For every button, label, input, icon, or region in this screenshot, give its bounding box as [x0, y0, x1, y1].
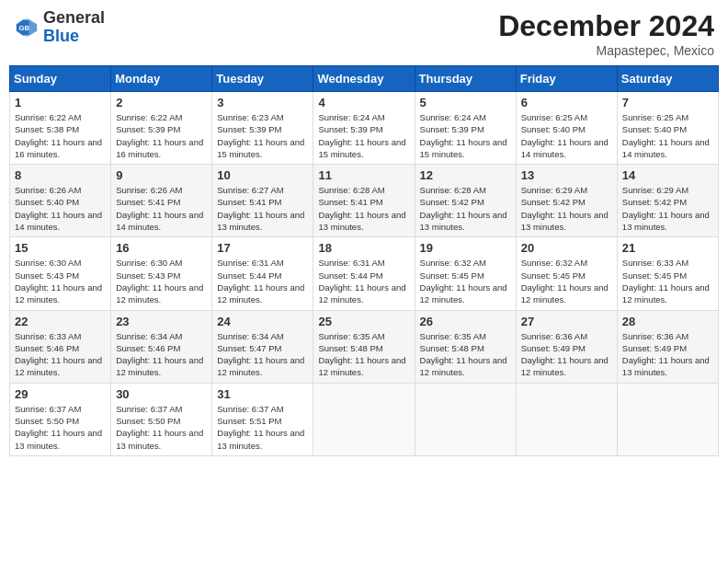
calendar-day-cell: 18 Sunrise: 6:31 AM Sunset: 5:44 PM Dayl… — [313, 237, 415, 310]
calendar-day-cell: 16 Sunrise: 6:30 AM Sunset: 5:43 PM Dayl… — [111, 237, 212, 310]
day-info: Sunrise: 6:36 AM Sunset: 5:49 PM Dayligh… — [521, 330, 612, 379]
day-info: Sunrise: 6:32 AM Sunset: 5:45 PM Dayligh… — [420, 257, 511, 305]
calendar-day-cell — [617, 383, 718, 455]
calendar-day-cell — [415, 383, 516, 455]
calendar-day-cell: 20 Sunrise: 6:32 AM Sunset: 5:45 PM Dayl… — [516, 237, 617, 310]
calendar-week-row: 22 Sunrise: 6:33 AM Sunset: 5:46 PM Dayl… — [10, 310, 719, 383]
day-number: 21 — [622, 241, 713, 255]
location: Mapastepec, Mexico — [498, 43, 714, 58]
calendar-day-header: Sunday — [10, 66, 111, 92]
day-info: Sunrise: 6:30 AM Sunset: 5:43 PM Dayligh… — [15, 257, 106, 305]
calendar-day-cell: 5 Sunrise: 6:24 AM Sunset: 5:39 PM Dayli… — [415, 92, 516, 165]
day-info: Sunrise: 6:37 AM Sunset: 5:51 PM Dayligh… — [217, 403, 308, 452]
day-number: 13 — [521, 168, 612, 182]
day-info: Sunrise: 6:22 AM Sunset: 5:38 PM Dayligh… — [15, 111, 106, 160]
calendar-day-header: Monday — [111, 66, 212, 92]
calendar-day-header: Tuesday — [212, 66, 313, 92]
page-header: GB General Blue December 2024 Mapastepec… — [9, 9, 719, 58]
day-info: Sunrise: 6:28 AM Sunset: 5:42 PM Dayligh… — [420, 184, 511, 233]
day-number: 5 — [420, 96, 511, 109]
calendar-day-cell: 23 Sunrise: 6:34 AM Sunset: 5:46 PM Dayl… — [111, 310, 212, 383]
day-info: Sunrise: 6:33 AM Sunset: 5:45 PM Dayligh… — [622, 257, 713, 305]
calendar-day-header: Friday — [516, 66, 617, 92]
calendar-day-cell — [516, 383, 617, 455]
calendar-day-cell: 4 Sunrise: 6:24 AM Sunset: 5:39 PM Dayli… — [313, 92, 415, 165]
day-number: 23 — [116, 315, 207, 328]
calendar-day-cell: 14 Sunrise: 6:29 AM Sunset: 5:42 PM Dayl… — [617, 165, 718, 237]
day-number: 22 — [15, 315, 106, 328]
day-info: Sunrise: 6:37 AM Sunset: 5:50 PM Dayligh… — [116, 403, 207, 452]
day-number: 24 — [217, 315, 308, 328]
day-number: 15 — [15, 241, 106, 255]
day-number: 27 — [521, 315, 612, 328]
calendar-day-cell: 25 Sunrise: 6:35 AM Sunset: 5:48 PM Dayl… — [313, 310, 415, 383]
day-info: Sunrise: 6:27 AM Sunset: 5:41 PM Dayligh… — [217, 184, 308, 233]
day-info: Sunrise: 6:23 AM Sunset: 5:39 PM Dayligh… — [217, 111, 308, 160]
calendar-day-cell — [313, 383, 415, 455]
calendar-day-cell: 8 Sunrise: 6:26 AM Sunset: 5:40 PM Dayli… — [10, 165, 111, 237]
day-info: Sunrise: 6:37 AM Sunset: 5:50 PM Dayligh… — [15, 403, 106, 452]
day-info: Sunrise: 6:24 AM Sunset: 5:39 PM Dayligh… — [420, 111, 511, 160]
calendar-table: SundayMondayTuesdayWednesdayThursdayFrid… — [9, 65, 719, 456]
calendar-day-cell: 1 Sunrise: 6:22 AM Sunset: 5:38 PM Dayli… — [10, 92, 111, 165]
calendar-day-cell: 17 Sunrise: 6:31 AM Sunset: 5:44 PM Dayl… — [212, 237, 313, 310]
day-info: Sunrise: 6:35 AM Sunset: 5:48 PM Dayligh… — [420, 330, 511, 379]
svg-marker-1 — [29, 19, 37, 35]
calendar-week-row: 15 Sunrise: 6:30 AM Sunset: 5:43 PM Dayl… — [10, 237, 719, 310]
day-number: 6 — [521, 96, 612, 109]
day-info: Sunrise: 6:34 AM Sunset: 5:46 PM Dayligh… — [116, 330, 207, 379]
day-info: Sunrise: 6:32 AM Sunset: 5:45 PM Dayligh… — [521, 257, 612, 305]
calendar-day-cell: 9 Sunrise: 6:26 AM Sunset: 5:41 PM Dayli… — [111, 165, 212, 237]
logo-text: General Blue — [43, 9, 105, 46]
calendar-day-cell: 13 Sunrise: 6:29 AM Sunset: 5:42 PM Dayl… — [516, 165, 617, 237]
calendar-day-cell: 10 Sunrise: 6:27 AM Sunset: 5:41 PM Dayl… — [212, 165, 313, 237]
calendar-day-cell: 12 Sunrise: 6:28 AM Sunset: 5:42 PM Dayl… — [415, 165, 516, 237]
day-number: 10 — [217, 168, 308, 182]
calendar-day-cell: 7 Sunrise: 6:25 AM Sunset: 5:40 PM Dayli… — [617, 92, 718, 165]
day-number: 9 — [116, 168, 207, 182]
calendar-day-cell: 15 Sunrise: 6:30 AM Sunset: 5:43 PM Dayl… — [10, 237, 111, 310]
day-number: 12 — [420, 168, 511, 182]
day-number: 17 — [217, 241, 308, 255]
day-info: Sunrise: 6:31 AM Sunset: 5:44 PM Dayligh… — [318, 257, 409, 305]
calendar-day-cell: 21 Sunrise: 6:33 AM Sunset: 5:45 PM Dayl… — [617, 237, 718, 310]
day-info: Sunrise: 6:22 AM Sunset: 5:39 PM Dayligh… — [116, 111, 207, 160]
calendar-week-row: 1 Sunrise: 6:22 AM Sunset: 5:38 PM Dayli… — [10, 92, 719, 165]
logo: GB General Blue — [14, 9, 105, 46]
day-number: 8 — [15, 168, 106, 182]
day-number: 4 — [318, 96, 409, 109]
day-number: 2 — [116, 96, 207, 109]
day-info: Sunrise: 6:28 AM Sunset: 5:41 PM Dayligh… — [318, 184, 409, 233]
day-info: Sunrise: 6:26 AM Sunset: 5:41 PM Dayligh… — [116, 184, 207, 233]
calendar-day-cell: 29 Sunrise: 6:37 AM Sunset: 5:50 PM Dayl… — [10, 383, 111, 455]
day-number: 29 — [15, 387, 106, 401]
calendar-day-header: Wednesday — [313, 66, 415, 92]
day-number: 26 — [420, 315, 511, 328]
calendar-day-cell: 6 Sunrise: 6:25 AM Sunset: 5:40 PM Dayli… — [516, 92, 617, 165]
day-number: 11 — [318, 168, 409, 182]
day-info: Sunrise: 6:26 AM Sunset: 5:40 PM Dayligh… — [15, 184, 106, 233]
day-number: 31 — [217, 387, 308, 401]
day-number: 19 — [420, 241, 511, 255]
day-number: 3 — [217, 96, 308, 109]
day-number: 20 — [521, 241, 612, 255]
day-number: 30 — [116, 387, 207, 401]
calendar-day-cell: 28 Sunrise: 6:36 AM Sunset: 5:49 PM Dayl… — [617, 310, 718, 383]
day-number: 7 — [622, 96, 713, 109]
day-number: 18 — [318, 241, 409, 255]
calendar-day-header: Thursday — [415, 66, 516, 92]
day-number: 16 — [116, 241, 207, 255]
calendar-day-cell: 26 Sunrise: 6:35 AM Sunset: 5:48 PM Dayl… — [415, 310, 516, 383]
calendar-day-cell: 3 Sunrise: 6:23 AM Sunset: 5:39 PM Dayli… — [212, 92, 313, 165]
calendar-day-cell: 2 Sunrise: 6:22 AM Sunset: 5:39 PM Dayli… — [111, 92, 212, 165]
calendar-day-header: Saturday — [617, 66, 718, 92]
day-number: 14 — [622, 168, 713, 182]
day-number: 25 — [318, 315, 409, 328]
calendar-day-cell: 19 Sunrise: 6:32 AM Sunset: 5:45 PM Dayl… — [415, 237, 516, 310]
day-info: Sunrise: 6:25 AM Sunset: 5:40 PM Dayligh… — [622, 111, 713, 160]
logo-icon: GB — [14, 15, 40, 40]
day-number: 28 — [622, 315, 713, 328]
month-title: December 2024 — [498, 9, 714, 43]
day-info: Sunrise: 6:35 AM Sunset: 5:48 PM Dayligh… — [318, 330, 409, 379]
title-area: December 2024 Mapastepec, Mexico — [498, 9, 714, 58]
